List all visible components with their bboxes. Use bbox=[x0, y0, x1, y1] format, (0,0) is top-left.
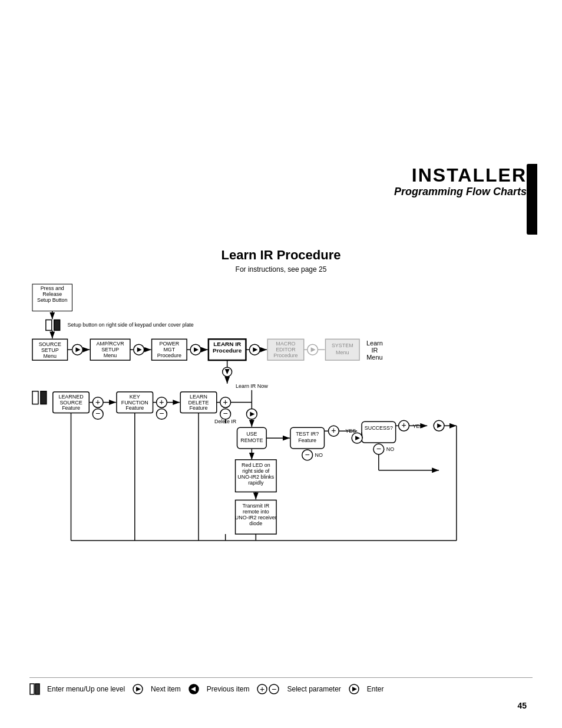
svg-text:−: − bbox=[95, 409, 100, 418]
installer-title: INSTALLER bbox=[394, 165, 527, 186]
svg-text:TEST IR?: TEST IR? bbox=[296, 431, 319, 437]
svg-text:−: − bbox=[272, 684, 276, 694]
svg-text:MACRO: MACRO bbox=[276, 341, 295, 347]
svg-text:SETUP: SETUP bbox=[41, 347, 59, 353]
flow-diagram: Press and Release Setup Button Setup but… bbox=[29, 283, 533, 564]
svg-text:Feature: Feature bbox=[125, 405, 144, 411]
svg-text:−: − bbox=[305, 450, 310, 459]
svg-text:REMOTE: REMOTE bbox=[240, 437, 263, 443]
svg-text:Red LED on: Red LED on bbox=[242, 462, 270, 468]
svg-text:YES: YES bbox=[412, 423, 423, 429]
svg-text:remote into: remote into bbox=[243, 509, 269, 515]
svg-text:+: + bbox=[159, 397, 164, 407]
select-param-icons: + − bbox=[256, 683, 280, 695]
enter-menu-icon bbox=[29, 683, 40, 696]
svg-text:NO: NO bbox=[386, 446, 394, 452]
enter-label: Enter bbox=[367, 685, 384, 693]
svg-text:−: − bbox=[159, 409, 164, 418]
svg-text:+: + bbox=[95, 397, 100, 407]
header-section: INSTALLER Programming Flow Charts bbox=[394, 165, 527, 199]
diagram-subtitle: For instructions, see page 25 bbox=[29, 265, 533, 274]
svg-text:UNO-IR2 receiver: UNO-IR2 receiver bbox=[235, 515, 277, 521]
svg-text:Menu: Menu bbox=[366, 354, 382, 361]
svg-text:UNO-IR2 blinks: UNO-IR2 blinks bbox=[237, 474, 275, 480]
diagram-title: Learn IR Procedure bbox=[29, 248, 533, 263]
enter-menu-label: Enter menu/Up one level bbox=[47, 685, 125, 693]
page-number: 45 bbox=[517, 701, 527, 710]
enter-icon bbox=[348, 683, 360, 695]
next-item-label: Next item bbox=[151, 685, 181, 693]
legend: Enter menu/Up one level Next item Previo… bbox=[29, 677, 533, 696]
svg-rect-61 bbox=[41, 391, 47, 404]
diagram-area: Learn IR Procedure For instructions, see… bbox=[29, 248, 533, 663]
prev-item-icon bbox=[188, 683, 200, 695]
svg-text:Press and: Press and bbox=[41, 285, 64, 291]
svg-text:LEARN IR: LEARN IR bbox=[213, 341, 241, 347]
svg-text:SUCCESS?: SUCCESS? bbox=[365, 425, 393, 431]
svg-text:+: + bbox=[401, 420, 406, 430]
svg-text:Menu: Menu bbox=[336, 350, 349, 355]
svg-rect-152 bbox=[30, 684, 34, 694]
svg-text:Learn: Learn bbox=[366, 340, 383, 347]
svg-text:Feature: Feature bbox=[298, 437, 316, 443]
svg-text:MGT: MGT bbox=[163, 347, 175, 353]
svg-text:EDITOR: EDITOR bbox=[276, 347, 296, 353]
svg-text:SETUP: SETUP bbox=[101, 347, 119, 353]
svg-text:SYSTEM: SYSTEM bbox=[332, 342, 353, 348]
tab-indicator bbox=[527, 164, 537, 235]
svg-text:LEARNED: LEARNED bbox=[58, 394, 84, 400]
svg-text:KEY: KEY bbox=[130, 394, 140, 400]
svg-line-119 bbox=[362, 432, 362, 438]
select-param-label: Select parameter bbox=[287, 685, 340, 693]
svg-rect-8 bbox=[54, 320, 60, 331]
svg-rect-7 bbox=[46, 320, 52, 331]
svg-text:Setup Button: Setup Button bbox=[37, 297, 68, 303]
svg-text:Feature: Feature bbox=[62, 405, 80, 411]
svg-text:rapidly: rapidly bbox=[248, 480, 264, 486]
svg-text:+: + bbox=[223, 397, 228, 407]
svg-text:Procedure: Procedure bbox=[157, 353, 181, 358]
svg-text:LEARN: LEARN bbox=[190, 394, 207, 400]
svg-text:−: − bbox=[376, 444, 381, 453]
svg-text:+: + bbox=[331, 426, 336, 435]
svg-rect-153 bbox=[35, 684, 39, 694]
svg-text:IR: IR bbox=[371, 347, 378, 354]
prev-item-label: Previous item bbox=[207, 685, 250, 693]
svg-text:AMP/RCVR: AMP/RCVR bbox=[96, 341, 124, 347]
svg-text:−: − bbox=[223, 409, 228, 418]
svg-text:SOURCE: SOURCE bbox=[59, 400, 82, 406]
svg-text:FUNCTION: FUNCTION bbox=[121, 400, 148, 406]
page: INSTALLER Programming Flow Charts Learn … bbox=[0, 0, 562, 728]
svg-text:Menu: Menu bbox=[104, 353, 117, 358]
svg-text:SOURCE: SOURCE bbox=[39, 341, 61, 347]
svg-text:Transmit IR: Transmit IR bbox=[242, 503, 269, 509]
svg-text:right side of: right side of bbox=[242, 468, 270, 474]
svg-text:NO: NO bbox=[315, 452, 323, 458]
svg-text:diode: diode bbox=[249, 521, 262, 526]
svg-text:Release: Release bbox=[42, 291, 62, 297]
subtitle: Programming Flow Charts bbox=[394, 186, 527, 199]
svg-text:DELETE: DELETE bbox=[189, 400, 209, 406]
svg-rect-60 bbox=[32, 391, 38, 404]
svg-text:Procedure: Procedure bbox=[213, 347, 242, 354]
next-item-icon bbox=[132, 683, 144, 695]
svg-text:Feature: Feature bbox=[190, 405, 208, 411]
svg-text:Learn IR Now: Learn IR Now bbox=[236, 383, 268, 389]
svg-text:POWER: POWER bbox=[159, 341, 179, 347]
svg-text:USE: USE bbox=[246, 431, 257, 437]
svg-text:Setup button on right side of : Setup button on right side of keypad und… bbox=[68, 322, 194, 328]
svg-text:Menu: Menu bbox=[44, 353, 57, 359]
svg-text:+: + bbox=[260, 684, 265, 694]
svg-text:Procedure: Procedure bbox=[273, 353, 297, 358]
